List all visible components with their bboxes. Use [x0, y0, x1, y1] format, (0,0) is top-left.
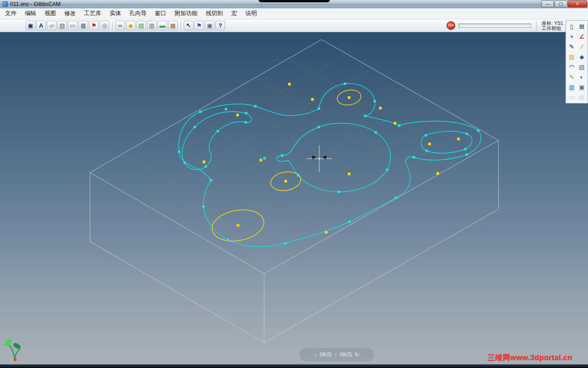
curve-node[interactable] [344, 83, 346, 85]
curve-node[interactable] [466, 133, 468, 135]
curve-node[interactable] [245, 121, 247, 124]
layers-icon[interactable]: ▤ [136, 21, 146, 30]
curve-node[interactable] [466, 154, 468, 156]
drill-point[interactable] [436, 172, 439, 175]
plane-view-icon[interactable]: ▱ [47, 21, 57, 30]
curve-node[interactable] [375, 132, 377, 134]
center-pocket-contour[interactable] [277, 123, 390, 192]
new-sheet-icon[interactable]: ▯ [567, 22, 577, 31]
curve-node[interactable] [349, 221, 351, 223]
outer-boundary-contour[interactable] [179, 84, 481, 247]
context-help-icon[interactable]: ? [215, 21, 225, 30]
clipboard-icon[interactable]: ▣ [205, 21, 215, 30]
curve-node[interactable] [225, 108, 227, 110]
curve-node[interactable] [318, 108, 320, 110]
curve-node[interactable] [297, 174, 300, 177]
menu-item-说明[interactable]: 说明 [241, 8, 261, 19]
menu-item-工艺库[interactable]: 工艺库 [80, 8, 106, 19]
drill-point[interactable] [237, 224, 239, 227]
menu-item-视图[interactable]: 视图 [40, 8, 60, 19]
yellow-sheet-icon[interactable]: ▤ [567, 52, 577, 62]
curve-node[interactable] [205, 166, 207, 168]
dashed-rect-icon[interactable]: ▭ [567, 92, 577, 102]
blue-diamond-icon[interactable]: ◆ [577, 52, 587, 62]
recorder-tab[interactable] [259, 0, 330, 2]
close-button[interactable]: × [568, 0, 587, 7]
drill-point[interactable] [236, 114, 239, 116]
curve-node[interactable] [199, 111, 202, 113]
drill-point[interactable] [288, 83, 291, 86]
curve-node[interactable] [318, 126, 320, 128]
drill-point[interactable] [348, 96, 351, 99]
menu-item-线切割[interactable]: 线切割 [202, 8, 227, 19]
curve-node[interactable] [338, 191, 340, 193]
curve-node[interactable] [194, 126, 196, 128]
curve-node[interactable] [398, 125, 401, 127]
cursor-select-icon[interactable]: ↖ [184, 21, 193, 30]
slant-line-icon[interactable]: ∕ [577, 42, 587, 52]
drill-point[interactable] [203, 161, 205, 163]
drill-point[interactable] [325, 231, 328, 234]
flag-markers-icon[interactable]: ⚑ [89, 21, 99, 30]
drill-point[interactable] [457, 138, 460, 140]
pencil-draw-icon[interactable]: ✎ [567, 42, 577, 52]
drill-point[interactable] [379, 107, 382, 109]
curve-node[interactable] [217, 130, 219, 132]
curve-node[interactable] [386, 169, 389, 171]
curve-node[interactable] [210, 179, 212, 182]
drill-point[interactable] [428, 143, 431, 145]
menu-item-附加功能[interactable]: 附加功能 [170, 8, 202, 19]
drill-point[interactable] [311, 98, 314, 101]
window-layout-icon[interactable]: ⊞ [577, 22, 587, 31]
circles-tool-icon[interactable]: ∞ [115, 21, 125, 30]
curve-node[interactable] [254, 105, 257, 108]
menu-item-修改[interactable]: 修改 [60, 8, 80, 19]
curve-node[interactable] [245, 112, 248, 115]
grid-snap-icon[interactable]: ▦ [79, 21, 88, 30]
menu-item-孔向导[interactable]: 孔向导 [125, 8, 151, 19]
curve-node[interactable] [264, 157, 266, 160]
copy-tool-icon[interactable]: ▣ [577, 82, 587, 92]
pen-line-icon[interactable]: ✎ [567, 72, 577, 82]
text-annotation-icon[interactable]: A [36, 21, 46, 30]
curve-node[interactable] [281, 155, 283, 157]
curve-node[interactable] [284, 242, 287, 245]
curve-node[interactable] [426, 150, 428, 152]
refresh-icon[interactable]: ↻ [355, 351, 359, 358]
cube-view-icon[interactable]: ▧ [57, 21, 67, 30]
curve-node[interactable] [203, 206, 205, 208]
workspace-view-icon[interactable]: ▣ [26, 21, 35, 30]
curve-node[interactable] [464, 148, 467, 150]
drill-point[interactable] [348, 172, 351, 175]
solid-cube-icon[interactable]: ◆ [126, 21, 136, 30]
curve-node[interactable] [477, 130, 480, 132]
curve-node[interactable] [227, 239, 229, 241]
drill-point[interactable] [260, 159, 262, 161]
menu-item-编辑[interactable]: 编辑 [21, 8, 40, 19]
blue-layers-icon[interactable]: ▥ [567, 82, 577, 92]
arc-tool-icon[interactable]: ◠ [567, 62, 577, 72]
crosshair-select-icon[interactable]: + [567, 32, 577, 41]
menu-item-实体[interactable]: 实体 [106, 8, 125, 19]
rings-icon[interactable]: ◎ [100, 21, 109, 30]
menu-item-文件[interactable]: 文件 [1, 8, 21, 19]
curve-node[interactable] [178, 151, 181, 153]
axes-icon[interactable]: ∠ [577, 32, 587, 41]
curve-node[interactable] [364, 115, 367, 117]
curve-node[interactable] [184, 162, 186, 164]
menu-item-窗口[interactable]: 窗口 [151, 8, 170, 19]
sheet-stack-icon[interactable]: ▥ [147, 21, 157, 30]
stop-button[interactable]: STOP [447, 21, 455, 30]
minimize-button[interactable]: – [541, 0, 554, 7]
curve-node[interactable] [374, 100, 376, 103]
taskbar[interactable] [0, 364, 588, 368]
selection-filter-icon[interactable]: ▭ [68, 21, 78, 30]
viewport[interactable]: ↓ 0K/S ↑ 0K/S ↻ 三维网www.3dportal.cn [0, 32, 588, 364]
maximize-button[interactable]: ▢ [554, 0, 567, 7]
drill-point[interactable] [394, 122, 396, 125]
curve-node[interactable] [413, 156, 415, 159]
menu-item-宏[interactable]: 宏 [227, 8, 242, 19]
cube-tool-icon[interactable]: ▧ [577, 62, 587, 72]
kidney-slot-contour[interactable] [182, 112, 251, 170]
stock-box-icon[interactable]: ▩ [168, 21, 178, 30]
